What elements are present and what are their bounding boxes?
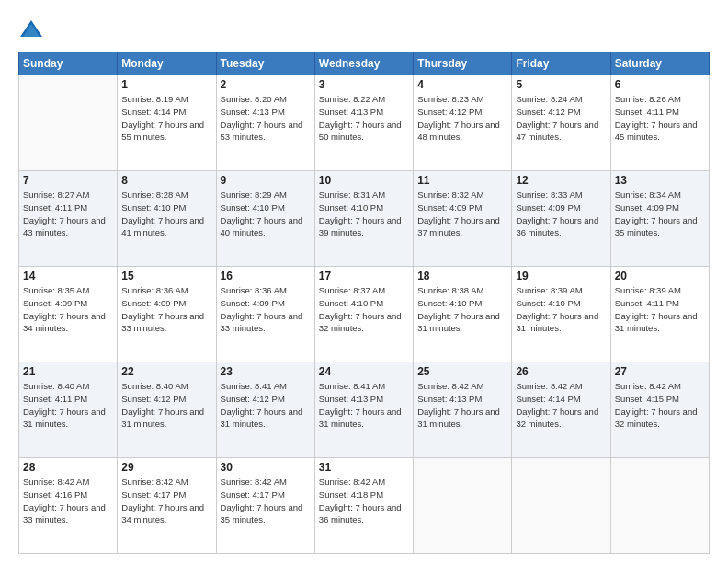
- calendar: SundayMondayTuesdayWednesdayThursdayFrid…: [18, 52, 710, 554]
- day-info: Sunrise: 8:40 AMSunset: 4:11 PMDaylight:…: [23, 380, 113, 431]
- day-info: Sunrise: 8:32 AMSunset: 4:09 PMDaylight:…: [417, 189, 507, 239]
- day-number: 20: [615, 270, 705, 282]
- calendar-header: SundayMondayTuesdayWednesdayThursdayFrid…: [19, 52, 710, 75]
- calendar-cell: [610, 458, 709, 554]
- day-number: 15: [121, 270, 211, 282]
- day-number: 5: [516, 78, 606, 91]
- calendar-cell: [414, 458, 512, 554]
- day-number: 16: [221, 270, 311, 282]
- day-number: 22: [121, 365, 211, 378]
- calendar-cell: 3Sunrise: 8:22 AMSunset: 4:13 PMDaylight…: [314, 75, 413, 171]
- day-info: Sunrise: 8:39 AMSunset: 4:11 PMDaylight:…: [615, 284, 705, 335]
- calendar-cell: 13Sunrise: 8:34 AMSunset: 4:09 PMDayligh…: [610, 171, 709, 267]
- day-info: Sunrise: 8:35 AMSunset: 4:09 PMDaylight:…: [23, 284, 113, 335]
- day-info: Sunrise: 8:38 AMSunset: 4:10 PMDaylight:…: [417, 284, 507, 335]
- calendar-cell: 12Sunrise: 8:33 AMSunset: 4:09 PMDayligh…: [512, 171, 610, 267]
- weekday-header: Saturday: [610, 52, 709, 75]
- calendar-cell: 25Sunrise: 8:42 AMSunset: 4:13 PMDayligh…: [414, 362, 512, 458]
- calendar-cell: 10Sunrise: 8:31 AMSunset: 4:10 PMDayligh…: [314, 171, 413, 267]
- calendar-body: 1Sunrise: 8:19 AMSunset: 4:14 PMDaylight…: [19, 75, 710, 554]
- day-number: 17: [319, 270, 409, 282]
- page: SundayMondayTuesdayWednesdayThursdayFrid…: [0, 0, 728, 563]
- day-info: Sunrise: 8:29 AMSunset: 4:10 PMDaylight:…: [221, 189, 311, 239]
- day-number: 2: [221, 78, 311, 91]
- day-number: 7: [23, 174, 113, 187]
- calendar-week-row: 7Sunrise: 8:27 AMSunset: 4:11 PMDaylight…: [19, 171, 710, 267]
- calendar-cell: 20Sunrise: 8:39 AMSunset: 4:11 PMDayligh…: [610, 267, 709, 362]
- calendar-cell: 21Sunrise: 8:40 AMSunset: 4:11 PMDayligh…: [19, 362, 118, 458]
- day-number: 26: [516, 365, 606, 378]
- day-number: 19: [516, 270, 606, 282]
- day-info: Sunrise: 8:36 AMSunset: 4:09 PMDaylight:…: [121, 284, 211, 335]
- day-info: Sunrise: 8:22 AMSunset: 4:13 PMDaylight:…: [319, 93, 409, 144]
- day-info: Sunrise: 8:37 AMSunset: 4:10 PMDaylight:…: [319, 284, 409, 335]
- calendar-cell: 16Sunrise: 8:36 AMSunset: 4:09 PMDayligh…: [216, 267, 314, 362]
- calendar-cell: 2Sunrise: 8:20 AMSunset: 4:13 PMDaylight…: [216, 75, 314, 171]
- calendar-cell: 7Sunrise: 8:27 AMSunset: 4:11 PMDaylight…: [19, 171, 118, 267]
- day-info: Sunrise: 8:42 AMSunset: 4:16 PMDaylight:…: [23, 476, 113, 526]
- calendar-cell: 1Sunrise: 8:19 AMSunset: 4:14 PMDaylight…: [118, 75, 216, 171]
- calendar-cell: 30Sunrise: 8:42 AMSunset: 4:17 PMDayligh…: [216, 458, 314, 554]
- day-number: 1: [121, 78, 211, 91]
- calendar-cell: 4Sunrise: 8:23 AMSunset: 4:12 PMDaylight…: [414, 75, 512, 171]
- day-number: 11: [417, 174, 507, 187]
- day-info: Sunrise: 8:39 AMSunset: 4:10 PMDaylight:…: [516, 284, 606, 335]
- day-info: Sunrise: 8:26 AMSunset: 4:11 PMDaylight:…: [615, 93, 705, 144]
- calendar-cell: 8Sunrise: 8:28 AMSunset: 4:10 PMDaylight…: [118, 171, 216, 267]
- day-info: Sunrise: 8:42 AMSunset: 4:15 PMDaylight:…: [615, 380, 705, 431]
- calendar-cell: 29Sunrise: 8:42 AMSunset: 4:17 PMDayligh…: [118, 458, 216, 554]
- day-info: Sunrise: 8:42 AMSunset: 4:13 PMDaylight:…: [417, 380, 507, 431]
- day-number: 6: [615, 78, 705, 91]
- calendar-week-row: 14Sunrise: 8:35 AMSunset: 4:09 PMDayligh…: [19, 267, 710, 362]
- day-info: Sunrise: 8:31 AMSunset: 4:10 PMDaylight:…: [319, 189, 409, 239]
- day-info: Sunrise: 8:36 AMSunset: 4:09 PMDaylight:…: [221, 284, 311, 335]
- day-number: 24: [319, 365, 409, 378]
- weekday-header: Thursday: [414, 52, 512, 75]
- calendar-cell: 9Sunrise: 8:29 AMSunset: 4:10 PMDaylight…: [216, 171, 314, 267]
- day-info: Sunrise: 8:23 AMSunset: 4:12 PMDaylight:…: [417, 93, 507, 144]
- day-number: 13: [615, 174, 705, 187]
- calendar-week-row: 21Sunrise: 8:40 AMSunset: 4:11 PMDayligh…: [19, 362, 710, 458]
- day-info: Sunrise: 8:41 AMSunset: 4:13 PMDaylight:…: [319, 380, 409, 431]
- logo: [18, 17, 48, 42]
- calendar-cell: 27Sunrise: 8:42 AMSunset: 4:15 PMDayligh…: [610, 362, 709, 458]
- day-info: Sunrise: 8:42 AMSunset: 4:17 PMDaylight:…: [221, 476, 311, 526]
- calendar-cell: 24Sunrise: 8:41 AMSunset: 4:13 PMDayligh…: [314, 362, 413, 458]
- day-info: Sunrise: 8:34 AMSunset: 4:09 PMDaylight:…: [615, 189, 705, 239]
- weekday-header: Friday: [512, 52, 610, 75]
- day-number: 18: [417, 270, 507, 282]
- calendar-cell: 22Sunrise: 8:40 AMSunset: 4:12 PMDayligh…: [118, 362, 216, 458]
- day-info: Sunrise: 8:42 AMSunset: 4:18 PMDaylight:…: [319, 476, 409, 526]
- day-number: 21: [23, 365, 113, 378]
- calendar-cell: 6Sunrise: 8:26 AMSunset: 4:11 PMDaylight…: [610, 75, 709, 171]
- calendar-cell: 26Sunrise: 8:42 AMSunset: 4:14 PMDayligh…: [512, 362, 610, 458]
- day-number: 31: [319, 461, 409, 474]
- calendar-cell: 19Sunrise: 8:39 AMSunset: 4:10 PMDayligh…: [512, 267, 610, 362]
- calendar-cell: [512, 458, 610, 554]
- calendar-cell: 31Sunrise: 8:42 AMSunset: 4:18 PMDayligh…: [314, 458, 413, 554]
- calendar-week-row: 1Sunrise: 8:19 AMSunset: 4:14 PMDaylight…: [19, 75, 710, 171]
- calendar-cell: [19, 75, 118, 171]
- header: [18, 17, 710, 42]
- weekday-row: SundayMondayTuesdayWednesdayThursdayFrid…: [19, 52, 710, 75]
- calendar-cell: 23Sunrise: 8:41 AMSunset: 4:12 PMDayligh…: [216, 362, 314, 458]
- calendar-cell: 28Sunrise: 8:42 AMSunset: 4:16 PMDayligh…: [19, 458, 118, 554]
- weekday-header: Sunday: [19, 52, 118, 75]
- weekday-header: Monday: [118, 52, 216, 75]
- day-info: Sunrise: 8:41 AMSunset: 4:12 PMDaylight:…: [221, 380, 311, 431]
- day-info: Sunrise: 8:42 AMSunset: 4:17 PMDaylight:…: [121, 476, 211, 526]
- day-info: Sunrise: 8:28 AMSunset: 4:10 PMDaylight:…: [121, 189, 211, 239]
- day-info: Sunrise: 8:33 AMSunset: 4:09 PMDaylight:…: [516, 189, 606, 239]
- day-number: 9: [221, 174, 311, 187]
- day-info: Sunrise: 8:19 AMSunset: 4:14 PMDaylight:…: [121, 93, 211, 144]
- calendar-cell: 14Sunrise: 8:35 AMSunset: 4:09 PMDayligh…: [19, 267, 118, 362]
- day-info: Sunrise: 8:24 AMSunset: 4:12 PMDaylight:…: [516, 93, 606, 144]
- day-number: 27: [615, 365, 705, 378]
- day-number: 25: [417, 365, 507, 378]
- calendar-cell: 15Sunrise: 8:36 AMSunset: 4:09 PMDayligh…: [118, 267, 216, 362]
- day-number: 14: [23, 270, 113, 282]
- weekday-header: Tuesday: [216, 52, 314, 75]
- day-number: 4: [417, 78, 507, 91]
- day-info: Sunrise: 8:20 AMSunset: 4:13 PMDaylight:…: [221, 93, 311, 144]
- day-number: 23: [221, 365, 311, 378]
